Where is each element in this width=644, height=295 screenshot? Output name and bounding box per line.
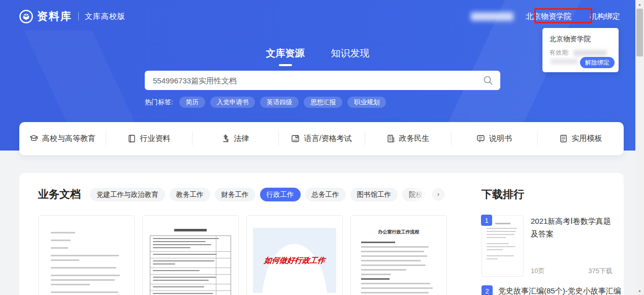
search-bar — [145, 71, 500, 90]
popup-org-name: 北京物资学院 — [550, 35, 613, 44]
category-higher-education[interactable]: 高校与高等教育 — [19, 122, 106, 155]
hot-tag-party-application[interactable]: 入党申请书 — [210, 97, 255, 108]
doc-banner: 如何做好行政工作 — [253, 228, 336, 293]
certificate-icon — [291, 134, 300, 143]
ranking-item-1[interactable]: 1 2021新高考Ⅰ卷数学真题及答案 10页 375下载 — [481, 215, 613, 277]
active-tab-underline — [279, 64, 292, 66]
tab-knowledge-discovery[interactable]: 知识发现 — [331, 47, 370, 66]
ranking-meta: 10页 375下载 — [531, 267, 613, 277]
template-doc-icon — [559, 134, 568, 143]
blurred-validity-date-2 — [551, 59, 578, 64]
blurred-validity-date — [573, 50, 607, 56]
category-bar: 高校与高等教育 行业资料 法律 语言/资格考试 — [19, 122, 624, 155]
tag-party-building[interactable]: 党建工作与政治教育 — [90, 188, 165, 201]
document-card-1[interactable] — [38, 215, 135, 295]
page-count: 10页 — [531, 267, 544, 276]
tag-campus-planning[interactable]: 院校规划与建设 — [402, 188, 431, 201]
scrollbar-down-arrow[interactable]: ▼ — [635, 287, 644, 295]
document-card-4[interactable]: 办公室行政工作流程 — [350, 215, 447, 295]
category-label: 行业资料 — [140, 134, 171, 143]
logo-title: 资料库 — [37, 9, 72, 23]
page: 资料库 文库高校版 北京物资学院 机构绑定 文库资源 知识发现 热门标签: — [0, 0, 635, 295]
main-content-panel: 业务文档 党建工作与政治教育 教务工作 财务工作 行政工作 总务工作 图书馆工作… — [19, 173, 624, 295]
category-industry-materials[interactable]: 行业资料 — [106, 122, 192, 155]
org-binding-popup: 北京物资学院 有效期: 解除绑定 — [542, 28, 619, 72]
account-area: 北京物资学院 机构绑定 — [471, 12, 626, 21]
logo[interactable]: 资料库 文库高校版 — [19, 9, 125, 23]
government-building-icon — [387, 134, 395, 143]
tag-academic-affairs[interactable]: 教务工作 — [170, 188, 210, 201]
business-docs-header: 业务文档 党建工作与政治教育 教务工作 财务工作 行政工作 总务工作 图书馆工作… — [38, 187, 467, 201]
ranking-title: 下载排行 — [481, 187, 613, 201]
category-label: 法律 — [234, 134, 249, 143]
primary-nav: 文库资源 知识发现 — [0, 47, 635, 66]
category-label: 高校与高等教育 — [42, 134, 95, 143]
ranking-doc-title[interactable]: 2021新高考Ⅰ卷数学真题及答案 — [531, 215, 613, 241]
graduation-cap-icon — [29, 134, 38, 143]
tag-administrative-work[interactable]: 行政工作 — [260, 188, 301, 201]
scrollbar-thumb[interactable] — [636, 9, 643, 56]
document-card-2[interactable] — [142, 215, 239, 295]
unbind-button[interactable]: 解除绑定 — [580, 57, 615, 68]
tab-label: 文库资源 — [266, 47, 305, 60]
gavel-icon — [221, 134, 230, 143]
org-name-link[interactable]: 北京物资学院 — [526, 12, 571, 21]
top-bar: 资料库 文库高校版 北京物资学院 机构绑定 — [19, 8, 626, 24]
category-manuals[interactable]: 说明书 — [451, 122, 537, 155]
document-preview — [39, 216, 134, 295]
hot-tag-thought-report[interactable]: 思想汇报 — [304, 97, 342, 108]
hot-tags-label: 热门标签: — [145, 98, 173, 107]
table-preview — [150, 235, 231, 295]
hot-tag-resume[interactable]: 简历 — [179, 97, 205, 108]
vertical-scrollbar[interactable]: ▲ ▼ — [635, 0, 644, 295]
doc-title: 办公室行政工作流程 — [361, 229, 436, 235]
tag-general-affairs[interactable]: 总务工作 — [305, 188, 346, 201]
institution-bind-link[interactable]: 机构绑定 — [590, 12, 620, 21]
download-ranking-section: 下载排行 1 2021新高考Ⅰ卷数学真 — [481, 187, 613, 295]
tag-finance-work[interactable]: 财务工作 — [215, 188, 255, 201]
tab-library-resources[interactable]: 文库资源 — [266, 47, 305, 66]
blurred-username — [471, 12, 513, 21]
validity-label: 有效期: — [550, 48, 569, 57]
hot-tags-row: 热门标签: 简历 入党申请书 英语四级 思想汇报 职业规划 — [145, 97, 510, 108]
hot-tag-cet4[interactable]: 英语四级 — [260, 97, 299, 108]
search-input[interactable] — [153, 76, 483, 85]
doc-banner-text: 如何做好行政工作 — [264, 256, 326, 266]
rank-number-badge: 1 — [481, 215, 492, 226]
category-label: 政务民生 — [399, 134, 430, 143]
search-icon[interactable] — [483, 75, 493, 85]
tab-label: 知识发现 — [331, 47, 370, 60]
document-preview: 办公室行政工作流程 — [351, 216, 446, 295]
document-preview — [143, 216, 238, 295]
hot-tag-career-plan[interactable]: 职业规划 — [347, 97, 386, 108]
scrollbar-up-arrow[interactable]: ▲ — [635, 0, 644, 8]
tags-scroll-right-button[interactable]: › — [432, 188, 444, 200]
ranking-item-info: 2021新高考Ⅰ卷数学真题及答案 10页 375下载 — [531, 215, 613, 277]
book-icon — [127, 134, 136, 143]
document-card-3[interactable]: 如何做好行政工作 学校办公室 — [246, 215, 343, 295]
business-docs-tag-list: 党建工作与政治教育 教务工作 财务工作 行政工作 总务工作 图书馆工作 院校规划… — [90, 188, 431, 201]
tag-library-work[interactable]: 图书馆工作 — [350, 188, 398, 201]
category-label: 语言/资格考试 — [304, 134, 351, 143]
download-count: 375下载 — [588, 267, 613, 276]
logo-cube-icon — [19, 10, 33, 23]
ranking-doc-title[interactable]: 党史故事汇编(85个)-党史小故事汇编 — [498, 285, 621, 295]
document-cards-row: 如何做好行政工作 学校办公室 办公室行政工作流程 — [38, 215, 447, 295]
rank-number-badge: 2 — [481, 285, 493, 295]
ranking-thumb-wrap: 1 — [481, 215, 524, 277]
document-preview: 如何做好行政工作 学校办公室 — [247, 216, 342, 295]
category-language-exams[interactable]: 语言/资格考试 — [278, 122, 365, 155]
logo-subtitle: 文库高校版 — [85, 12, 125, 21]
category-templates[interactable]: 实用模板 — [537, 122, 624, 155]
section-title: 业务文档 — [38, 187, 81, 201]
popup-validity-row: 有效期: — [550, 48, 613, 57]
category-government-services[interactable]: 政务民生 — [365, 122, 451, 155]
category-law[interactable]: 法律 — [192, 122, 278, 155]
blurred-doc-title — [174, 229, 207, 231]
category-label: 说明书 — [489, 134, 512, 143]
category-label: 实用模板 — [572, 134, 602, 143]
ranking-item-2[interactable]: 2 党史故事汇编(85个)-党史小故事汇编 — [481, 285, 613, 295]
logo-divider — [78, 12, 79, 20]
manual-bubble-icon — [476, 134, 485, 143]
